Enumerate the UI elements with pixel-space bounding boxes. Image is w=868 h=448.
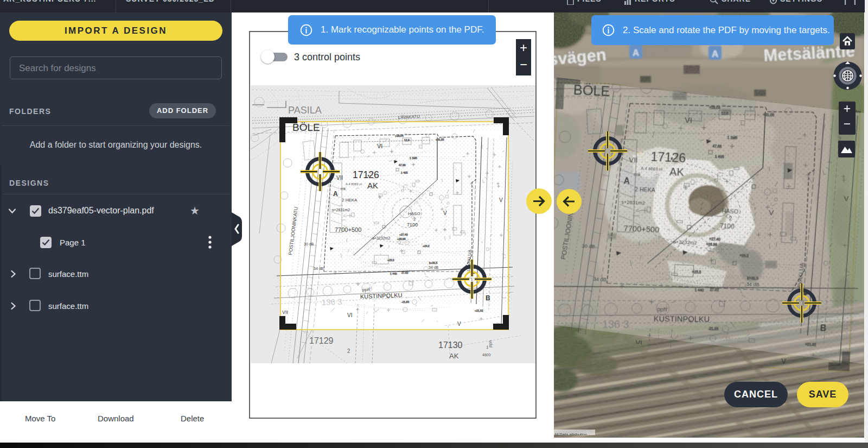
- svg-text:M Data attribution: M Data attribution: [555, 432, 587, 435]
